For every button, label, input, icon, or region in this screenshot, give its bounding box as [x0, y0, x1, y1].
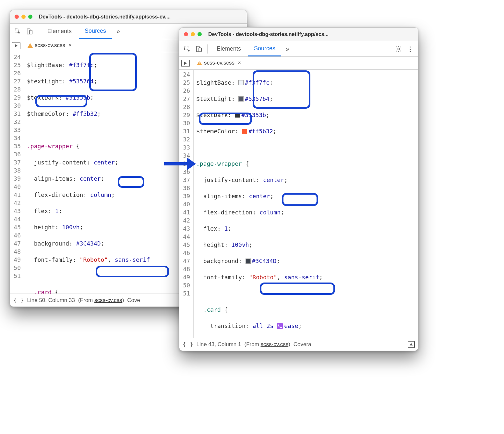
status-from: (From scss-cv.css) — [78, 297, 124, 304]
main-toolbar: Elements Sources » ⋮ — [179, 41, 418, 57]
devtools-window-right: DevTools - devtools-dbg-stories.netlify.… — [179, 27, 418, 351]
code-lines[interactable]: $lightBase: #f3f7fc; $textLight: #535764… — [194, 70, 325, 338]
device-toolbar-icon[interactable] — [24, 26, 35, 37]
titlebar: DevTools - devtools-dbg-stories.netlify.… — [10, 10, 247, 24]
color-swatch[interactable] — [242, 129, 247, 134]
color-swatch[interactable] — [238, 96, 244, 102]
traffic-lights — [184, 32, 202, 36]
status-bar: { } Line 43, Column 1 (From scss-cv.css)… — [179, 338, 418, 351]
kebab-menu-icon[interactable]: ⋮ — [405, 44, 415, 54]
source-map-link[interactable]: scss-cv.css — [94, 297, 122, 303]
status-coverage: Covera — [294, 341, 311, 348]
window-title: DevTools - devtools-dbg-stories.netlify.… — [208, 31, 329, 37]
tab-sources[interactable]: Sources — [248, 41, 281, 56]
tab-sources[interactable]: Sources — [79, 24, 112, 39]
easing-swatch[interactable] — [277, 323, 283, 329]
traffic-lights — [15, 15, 32, 19]
titlebar: DevTools - devtools-dbg-stories.netlify.… — [179, 28, 418, 41]
file-tab-scss[interactable]: scss-cv.scss × — [24, 40, 76, 51]
svg-rect-2 — [30, 30, 32, 34]
close-tab-icon[interactable]: × — [236, 60, 242, 66]
status-from: (From scss-cv.css) — [245, 341, 290, 348]
window-title: DevTools - devtools-dbg-stories.netlify.… — [39, 14, 171, 20]
tab-elements[interactable]: Elements — [42, 24, 78, 39]
code-editor[interactable]: 2425262728293031323334353637383940414243… — [179, 70, 418, 338]
navigator-toggle-icon[interactable] — [12, 42, 20, 49]
warning-icon — [28, 43, 33, 48]
svg-rect-5 — [199, 48, 201, 52]
warning-icon — [197, 61, 202, 65]
minimize-light[interactable] — [191, 32, 195, 36]
color-swatch[interactable] — [235, 113, 240, 118]
minimize-light[interactable] — [21, 15, 26, 19]
color-swatch[interactable] — [238, 80, 244, 85]
color-swatch[interactable] — [246, 259, 251, 264]
tab-elements[interactable]: Elements — [211, 41, 247, 56]
source-map-link[interactable]: scss-cv.css — [261, 341, 289, 347]
line-gutter: 2425262728293031323334353637383940414243… — [179, 70, 194, 338]
format-icon[interactable]: { } — [183, 341, 193, 348]
format-icon[interactable]: { } — [13, 297, 24, 304]
zoom-light[interactable] — [198, 32, 202, 36]
file-tab-scss[interactable]: scss-cv.scss × — [194, 58, 246, 69]
svg-point-6 — [398, 48, 400, 50]
file-tab-label: scss-cv.scss — [35, 42, 65, 49]
status-linecol: Line 50, Column 33 — [27, 297, 75, 304]
more-tabs-icon[interactable]: » — [113, 28, 123, 35]
file-tab-label: scss-cv.scss — [204, 60, 234, 66]
zoom-light[interactable] — [28, 15, 32, 19]
close-tab-icon[interactable]: × — [67, 42, 73, 49]
drawer-toggle-icon[interactable] — [408, 341, 415, 348]
comparison-arrow-icon — [164, 159, 197, 169]
inspect-icon[interactable] — [13, 26, 23, 37]
code-lines[interactable]: $lightBase: #f3f7fc; $textLight: #535764… — [24, 52, 152, 294]
close-light[interactable] — [184, 32, 188, 36]
close-light[interactable] — [15, 15, 19, 19]
device-toolbar-icon[interactable] — [194, 44, 204, 54]
settings-icon[interactable] — [393, 44, 404, 54]
line-gutter: 2425262728293031323334353637383940414243… — [10, 52, 24, 294]
divider — [207, 44, 208, 54]
status-linecol: Line 43, Column 1 — [197, 341, 241, 348]
inspect-icon[interactable] — [182, 44, 192, 54]
divider — [38, 27, 38, 36]
file-tab-bar: scss-cv.scss × — [179, 57, 418, 70]
more-tabs-icon[interactable]: » — [282, 45, 293, 53]
status-coverage: Cove — [127, 297, 140, 304]
navigator-toggle-icon[interactable] — [181, 60, 190, 67]
